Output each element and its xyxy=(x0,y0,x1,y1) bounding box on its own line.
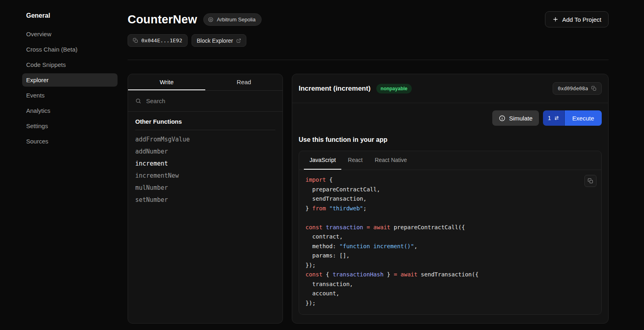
plus-icon xyxy=(552,16,559,23)
sidebar-nav: OverviewCross Chain (Beta)Code SnippetsE… xyxy=(22,27,118,148)
execute-count-button[interactable]: 1 xyxy=(543,110,565,126)
code-token: { xyxy=(329,176,332,183)
code-token: = await xyxy=(367,224,394,230)
functions-panel: WriteRead Other Functions addFromMsgValu… xyxy=(128,74,283,324)
sidebar-item-analytics[interactable]: Analytics xyxy=(22,104,118,117)
sidebar-item-settings[interactable]: Settings xyxy=(22,119,118,133)
add-to-project-label: Add To Project xyxy=(562,16,601,23)
swap-arrows-icon xyxy=(554,115,559,121)
code-token: sendTransaction, xyxy=(305,195,367,202)
contract-address: 0x044E...1E92 xyxy=(141,37,182,44)
copy-icon xyxy=(588,178,593,184)
actions-row: Simulate 1 Execute xyxy=(292,103,608,126)
sidebar-item-events[interactable]: Events xyxy=(22,89,118,102)
function-selector-button[interactable]: 0xd09de08a xyxy=(553,82,602,95)
code-line: transaction, xyxy=(305,280,595,289)
code-token: contract, xyxy=(305,233,343,240)
code-line: const { transactionHash } = await sendTr… xyxy=(305,270,595,280)
function-item-increment[interactable]: increment xyxy=(135,158,275,170)
sidebar-item-code-snippets[interactable]: Code Snippets xyxy=(22,58,118,71)
code-line: const transaction = await prepareContrac… xyxy=(305,223,595,232)
contract-address-button[interactable]: 0x044E...1E92 xyxy=(128,34,188,47)
execute-button-group: 1 Execute xyxy=(543,110,602,126)
add-to-project-button[interactable]: Add To Project xyxy=(545,11,609,27)
code-block: import { prepareContractCall, sendTransa… xyxy=(305,175,595,308)
sidebar-item-cross-chain-beta[interactable]: Cross Chain (Beta) xyxy=(22,43,118,56)
code-token: transactionHash xyxy=(332,271,383,278)
block-explorer-button[interactable]: Block Explorer xyxy=(192,34,246,47)
code-copy-button[interactable] xyxy=(584,175,597,187)
execute-button[interactable]: Execute xyxy=(565,110,602,126)
function-item-incrementnew[interactable]: incrementNew xyxy=(135,170,275,182)
function-item-addnumber[interactable]: addNumber xyxy=(135,145,275,158)
usage-title: Use this function in your app xyxy=(292,126,608,143)
code-token: params: [], xyxy=(305,252,350,259)
code-token: } xyxy=(305,205,312,212)
sidebar-item-explorer[interactable]: Explorer xyxy=(22,73,118,87)
page-header: CounterNew Arbitrum Sepolia Add To Proje… xyxy=(128,0,609,27)
execute-count: 1 xyxy=(548,115,551,121)
sidebar-item-sources[interactable]: Sources xyxy=(22,135,118,148)
code-card: JavaScriptReactReact Native import { pre… xyxy=(299,151,602,315)
state-mutability-badge: nonpayable xyxy=(376,84,412,93)
functions-section-title: Other Functions xyxy=(135,118,275,130)
sidebar-header: General xyxy=(22,12,118,19)
function-list: addFromMsgValueaddNumberincrementincreme… xyxy=(135,133,275,206)
code-token: const xyxy=(305,224,326,230)
tab-write[interactable]: Write xyxy=(128,74,205,90)
code-token: }); xyxy=(305,300,316,306)
functions-content: Other Functions addFromMsgValueaddNumber… xyxy=(128,112,283,212)
simulate-button[interactable]: Simulate xyxy=(492,110,539,126)
code-line: }); xyxy=(305,261,595,270)
code-token: ; xyxy=(363,205,366,212)
code-token: = await xyxy=(394,271,421,278)
code-token: prepareContractCall, xyxy=(305,186,380,193)
code-token: } xyxy=(384,271,394,278)
code-tab-javascript[interactable]: JavaScript xyxy=(304,151,341,170)
code-token: sendTransaction({ xyxy=(421,271,479,278)
code-line: import { xyxy=(305,175,595,185)
function-item-setnumber[interactable]: setNumber xyxy=(135,194,275,206)
code-token: }); xyxy=(305,262,316,268)
external-link-icon xyxy=(236,38,241,43)
code-token: account, xyxy=(305,290,339,297)
code-line: prepareContractCall, xyxy=(305,185,595,195)
function-item-mulnumber[interactable]: mulNumber xyxy=(135,182,275,194)
code-line: params: [], xyxy=(305,251,595,261)
code-token: "thirdweb" xyxy=(329,205,363,212)
header-divider xyxy=(128,60,609,60)
code-line: account, xyxy=(305,289,595,299)
copy-icon xyxy=(133,38,138,43)
code-line: contract, xyxy=(305,232,595,242)
function-selector: 0xd09de08a xyxy=(558,85,588,91)
explorer-panels: WriteRead Other Functions addFromMsgValu… xyxy=(128,74,609,324)
code-tab-react-native[interactable]: React Native xyxy=(369,151,413,170)
code-line: } from "thirdweb"; xyxy=(305,204,595,214)
code-token: method: xyxy=(305,243,339,249)
page-title: CounterNew xyxy=(128,13,197,26)
contract-meta-row: 0x044E...1E92 Block Explorer xyxy=(128,34,609,47)
search-icon xyxy=(135,98,141,104)
code-token: const xyxy=(305,271,326,278)
code-token: transaction xyxy=(326,224,367,230)
code-token: "function increment()" xyxy=(339,243,414,249)
function-title: Increment (increment) xyxy=(299,85,371,93)
code-line: method: "function increment()", xyxy=(305,242,595,251)
code-line xyxy=(305,213,595,223)
code-token: { xyxy=(326,271,333,278)
network-icon xyxy=(208,17,214,23)
code-area: import { prepareContractCall, sendTransa… xyxy=(299,170,601,314)
code-line: sendTransaction, xyxy=(305,194,595,204)
function-detail-header: Increment (increment) nonpayable 0xd09de… xyxy=(292,74,608,103)
code-token: prepareContractCall({ xyxy=(394,224,465,230)
code-tab-react[interactable]: React xyxy=(342,151,368,170)
search-input[interactable] xyxy=(145,97,275,105)
info-icon xyxy=(499,115,506,122)
function-item-addfrommsgvalue[interactable]: addFromMsgValue xyxy=(135,133,275,145)
sidebar-item-overview[interactable]: Overview xyxy=(22,27,118,41)
code-token: , xyxy=(414,243,417,249)
tab-read[interactable]: Read xyxy=(205,74,283,90)
network-badge[interactable]: Arbitrum Sepolia xyxy=(203,13,262,26)
simulate-label: Simulate xyxy=(509,115,533,122)
code-token: from xyxy=(312,205,329,212)
